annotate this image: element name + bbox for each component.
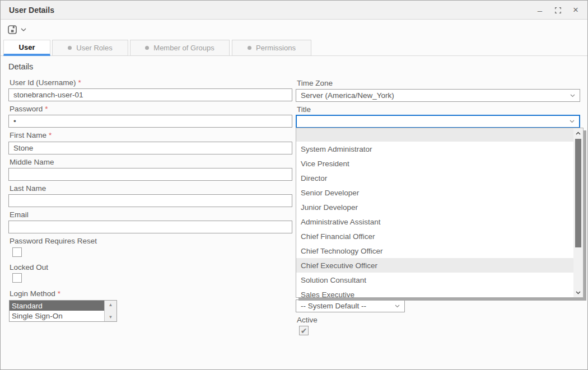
email-input[interactable] [8,221,292,233]
checkmark-icon: ✔ [301,326,307,335]
login-method-options: Standard Single Sign-On [10,301,104,321]
password-requires-reset-checkbox[interactable] [12,247,22,257]
titlebar: User Details – × [1,1,587,20]
scroll-down-chevron-icon[interactable] [573,288,583,297]
dropdown-item-blank[interactable] [296,128,573,142]
tab-user-label: User [19,43,35,51]
locked-out-checkbox[interactable] [12,273,22,283]
chevron-down-icon [570,120,575,123]
last-name-input[interactable] [8,194,292,207]
title-label: Title [297,105,311,114]
dropdown-item[interactable]: Junior Developer [296,200,573,214]
login-method-label: Login Method* [10,289,60,298]
time-zone-label: Time Zone [297,79,333,87]
tab-permissions[interactable]: Permissions [232,40,311,56]
save-menu-chevron-icon[interactable] [21,28,26,31]
login-method-option-standard[interactable]: Standard [10,301,104,311]
last-name-label: Last Name [10,184,46,193]
tab-user-roles[interactable]: User Roles [52,40,128,56]
tab-user-roles-label: User Roles [76,44,112,52]
system-default-value: -- System Default -- [301,302,366,310]
dropdown-item-highlighted[interactable]: Chief Executive Officer [296,258,573,273]
maximize-icon[interactable] [552,4,564,16]
title-combobox[interactable] [296,115,580,128]
toolbar [1,20,587,39]
password-label: Password* [10,105,48,113]
dropdown-item[interactable]: Senior Developer [296,185,573,200]
tab-status-dot-icon [145,46,149,50]
middle-name-label: Middle Name [10,158,54,166]
dropdown-scrollbar[interactable] [573,128,583,297]
password-requires-reset-label: Password Requires Reset [10,237,97,245]
scroll-down-arrow-icon[interactable]: ▼ [109,315,113,320]
tab-member-of-groups-label: Member of Groups [153,44,214,52]
dropdown-item[interactable]: Solution Consultant [296,273,573,287]
tab-permissions-label: Permissions [256,44,296,52]
tab-status-dot-icon [68,46,72,50]
time-zone-value: Server (America/New_York) [301,91,394,100]
dropdown-item[interactable]: Administrative Assistant [296,214,573,229]
login-method-listbox: Standard Single Sign-On ▲ ▼ [9,300,117,322]
dropdown-item[interactable]: System Administrator [296,142,573,156]
dropdown-item[interactable]: Sales Executive [296,287,573,297]
scroll-up-chevron-icon[interactable] [573,128,583,138]
user-id-label: User Id (Username)* [10,78,81,87]
first-name-label: First Name* [10,131,52,139]
login-method-option-sso[interactable]: Single Sign-On [10,311,104,321]
dropdown-item[interactable]: Director [296,171,573,185]
time-zone-select[interactable]: Server (America/New_York) [296,89,580,102]
dropdown-item[interactable]: Vice President [296,156,573,171]
user-id-input[interactable] [8,88,292,101]
active-checkbox[interactable]: ✔ [299,326,309,335]
system-default-select[interactable]: -- System Default -- [296,299,405,312]
dropdown-item[interactable]: Chief Technology Officer [296,243,573,258]
title-dropdown-items: System Administrator Vice President Dire… [296,128,573,297]
first-name-input[interactable] [8,142,292,154]
scroll-up-arrow-icon[interactable]: ▲ [109,302,113,307]
middle-name-input[interactable] [8,168,292,181]
chevron-down-icon [570,94,575,97]
scrollbar-thumb[interactable] [575,139,581,247]
active-label: Active [297,316,318,324]
details-section-heading: Details [8,62,33,71]
window-title: User Details [9,6,54,15]
window-controls: – × [534,1,582,20]
tab-user[interactable]: User [3,40,50,56]
save-button[interactable] [7,24,27,35]
tab-member-of-groups[interactable]: Member of Groups [130,40,230,56]
dropdown-item[interactable]: Chief Financial Officer [296,229,573,243]
save-icon [8,25,17,34]
minimize-icon[interactable]: – [534,4,546,16]
password-input[interactable] [8,115,292,128]
chevron-down-icon [395,305,400,308]
login-method-scrollbar[interactable]: ▲ ▼ [104,301,116,321]
user-details-window: User Details – × [0,0,588,370]
title-dropdown-panel: System Administrator Vice President Dire… [296,128,584,298]
email-label: Email [10,210,29,219]
tab-status-dot-icon [248,46,251,50]
close-icon[interactable]: × [570,4,582,16]
locked-out-label: Locked Out [10,263,48,271]
